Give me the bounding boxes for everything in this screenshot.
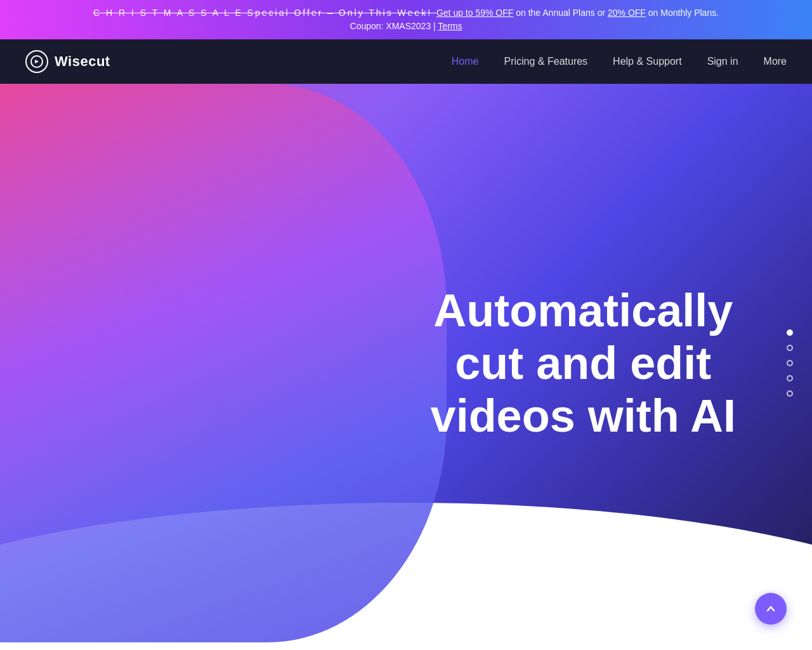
nav-link-home[interactable]: Home	[452, 56, 479, 67]
coupon-text: Coupon: XMAS2023 |	[350, 21, 438, 31]
hero-section: Automatically cut and edit videos with A…	[0, 84, 812, 642]
nav-item-help[interactable]: Help & Support	[613, 56, 682, 67]
discount-link[interactable]: Get up to 59% OFF	[436, 8, 513, 18]
nav-item-signin[interactable]: Sign in	[707, 56, 738, 67]
logo-text: Wisecut	[55, 53, 110, 70]
annual-text: on the Annual Plans or	[513, 8, 608, 18]
scroll-dot-4[interactable]	[787, 375, 793, 381]
scroll-dot-2[interactable]	[787, 345, 793, 351]
monthly-discount-link[interactable]: 20% OFF	[608, 8, 646, 18]
scroll-to-top-button[interactable]	[755, 593, 787, 625]
logo-icon	[25, 50, 48, 73]
nav-link-more[interactable]: More	[764, 56, 787, 67]
nav-link-help[interactable]: Help & Support	[613, 56, 682, 67]
scroll-dots	[787, 329, 793, 397]
monthly-suffix: on Monthly Plans.	[646, 8, 719, 18]
scroll-dot-5[interactable]	[787, 390, 793, 397]
promo-banner: C H R I S T M A S S A L E Special Offer …	[0, 0, 812, 39]
hero-title-line2: cut and edit	[455, 338, 711, 388]
nav-menu: Home Pricing & Features Help & Support S…	[452, 56, 787, 67]
navbar: Wisecut Home Pricing & Features Help & S…	[0, 39, 812, 84]
nav-link-pricing[interactable]: Pricing & Features	[504, 56, 588, 67]
hero-blob	[0, 84, 447, 642]
hero-title-line1: Automatically	[433, 285, 733, 336]
scroll-dot-3[interactable]	[787, 360, 793, 366]
hero-title: Automatically cut and edit videos with A…	[431, 284, 736, 442]
chevron-up-icon	[764, 602, 777, 615]
nav-item-pricing[interactable]: Pricing & Features	[504, 56, 588, 67]
scroll-dot-1[interactable]	[787, 329, 793, 336]
nav-item-home[interactable]: Home	[452, 56, 479, 67]
christmas-sale-text: C H R I S T M A S S A L E Special Offer …	[93, 8, 436, 18]
hero-title-line3: videos with AI	[431, 390, 736, 441]
nav-item-more[interactable]: More	[764, 56, 787, 67]
nav-link-signin[interactable]: Sign in	[707, 56, 738, 67]
hero-content: Automatically cut and edit videos with A…	[431, 284, 736, 442]
logo[interactable]: Wisecut	[25, 50, 110, 73]
terms-link[interactable]: Terms	[438, 21, 462, 31]
